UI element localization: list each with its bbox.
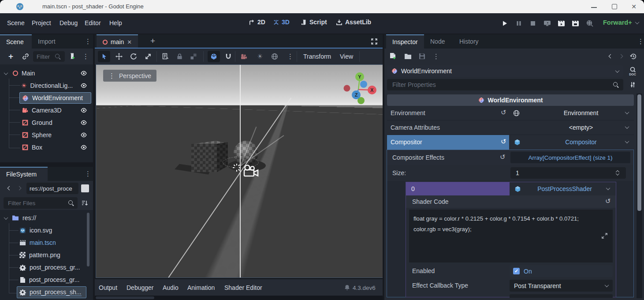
tab-3d[interactable]: 3D [273,19,290,26]
new-tab-button[interactable]: + [150,36,155,46]
environment-value[interactable]: Environment [537,109,625,116]
filesystem-menu-icon[interactable]: ⋮ [85,170,91,177]
collapse-icon[interactable] [4,215,8,220]
visibility-icon[interactable] [80,82,87,89]
visibility-icon[interactable] [80,107,87,114]
chevron-down-icon[interactable] [625,110,629,114]
bottom-tab-shader-editor[interactable]: Shader Editor [224,284,262,291]
file-row-pattern-png[interactable]: pattern.png [0,249,88,261]
renderer-selector[interactable]: Forward+ [603,19,639,26]
array-item-header[interactable]: 0 PostProcessShader [406,182,616,195]
compositor-value[interactable]: Compositor [537,139,625,146]
camera-gizmo-icon[interactable] [242,164,260,180]
bottom-tab-debugger[interactable]: Debugger [127,284,154,291]
filesystem-scrollbar[interactable] [87,213,89,266]
preview-environment-icon[interactable] [271,53,278,60]
filter-properties-box[interactable] [387,79,623,90]
new-resource-icon[interactable] [390,52,396,60]
perspective-menu[interactable]: ⋮ Perspective [103,70,156,82]
add-node-button[interactable]: + [8,52,13,61]
property-row-camera-attributes[interactable]: Camera Attributes <empty> [387,120,634,135]
compositor-effects-array-button[interactable]: Array[CompositorEffect] (size 1) [510,152,630,163]
property-row-environment[interactable]: Environment ↺ Environment [387,106,634,120]
menu-transform[interactable]: Transform [303,53,331,60]
remote-debug-icon[interactable] [543,20,551,27]
dock-gutter-right[interactable] [383,34,384,300]
sort-icon[interactable] [81,199,88,206]
shader-code-header[interactable]: Shader Code ↺ [406,195,616,208]
list-select-icon[interactable] [162,53,169,60]
history-back-icon[interactable] [609,54,613,59]
tree-node-camera3d[interactable]: Camera3D [0,104,93,116]
tree-node-box[interactable]: Box [0,141,93,154]
visibility-icon[interactable] [80,144,87,151]
expand-viewport-icon[interactable] [371,38,378,45]
pause-button[interactable] [516,21,521,26]
enabled-checkbox[interactable]: ✓ [513,268,520,274]
scene-dock-menu-icon[interactable]: ⋮ [85,38,91,45]
tab-history[interactable]: History [453,34,485,49]
menu-debug[interactable]: Debug [60,19,78,26]
tree-node-worldenvironment[interactable]: WorldEnvironment [0,92,93,104]
file-row-main-tscn[interactable]: main.tscn [0,236,88,249]
close-button[interactable]: ✕ [629,1,639,12]
load-resource-folder-icon[interactable] [404,53,412,60]
menu-scene[interactable]: Scene [7,19,25,26]
play-scene-button[interactable] [558,20,565,27]
chevron-down-icon[interactable] [625,124,629,129]
open-docs-icon[interactable]: DOC [628,66,637,76]
camera-attributes-value[interactable]: <empty> [537,124,625,131]
tab-inspector[interactable]: Inspector [386,34,424,49]
instance-scene-icon[interactable] [22,53,29,60]
scene-filter-box[interactable] [33,51,65,62]
tab-node[interactable]: Node [424,34,451,49]
effect-callback-dropdown[interactable]: Post Transparent [510,280,613,292]
inspector-tools-menu-icon[interactable]: ⋮ [433,53,439,60]
array-item-type[interactable]: PostProcessShader [529,185,600,192]
expand-code-icon[interactable] [601,232,608,239]
play-button[interactable] [502,20,508,26]
axis-gizmo[interactable]: Y X Z [340,71,380,106]
shader-code-editor[interactable]: float gray = color.r * 0.2125 + color.g … [409,210,613,262]
tab-2d[interactable]: 2D [249,19,265,26]
menu-view[interactable]: View [340,53,353,60]
nav-forward-icon[interactable] [17,186,22,191]
maximize-button[interactable] [609,1,620,12]
node-selector[interactable]: WorldEnvironment [387,65,623,77]
notification-bell-icon[interactable] [344,284,350,291]
rotate-tool-icon[interactable] [130,53,137,60]
revert-icon[interactable]: ↺ [501,138,506,145]
tree-node-directionallight[interactable]: ☀ DirectionalLig... [0,79,93,92]
inspector-scrollbar-track[interactable] [637,94,642,298]
filesystem-path-input[interactable] [26,183,78,194]
inspector-scrollbar-thumb[interactable] [637,94,641,211]
bottom-tab-output[interactable]: Output [99,284,117,291]
revert-icon[interactable]: ↺ [501,109,506,116]
play-custom-scene-button[interactable] [572,20,579,27]
chevron-down-icon[interactable] [606,186,610,190]
tab-filesystem[interactable]: FileSystem [0,167,48,181]
tab-assetlib[interactable]: AssetLib [336,19,371,26]
split-mode-button[interactable] [81,184,89,192]
filter-properties-input[interactable] [391,81,585,89]
filesystem-filter-box[interactable] [4,197,78,209]
size-spinbox[interactable]: 1 [510,167,626,179]
file-row-post-process-gd[interactable]: post_process_gr... [0,261,88,274]
filesystem-filter-input[interactable] [7,199,60,207]
file-row-root[interactable]: res:// [0,212,88,224]
movie-maker-icon[interactable] [586,20,594,27]
bottom-tab-audio[interactable]: Audio [163,284,179,291]
menu-project[interactable]: Project [32,19,51,26]
property-tools-icon[interactable] [629,81,636,88]
file-row-icon-svg[interactable]: icon.svg [0,224,88,236]
history-icon[interactable] [630,53,637,60]
horizontal-scrollbar[interactable] [96,296,154,299]
scene-tree-menu-icon[interactable]: ⋮ [82,53,89,60]
history-forward-icon[interactable] [619,54,623,59]
minimize-button[interactable] [589,1,599,12]
select-tool-icon[interactable] [101,53,108,60]
tree-node-main[interactable]: Main [0,67,93,79]
tree-node-ground[interactable]: Ground [0,116,93,129]
visibility-icon[interactable] [80,131,87,139]
menu-help[interactable]: Help [109,19,122,26]
